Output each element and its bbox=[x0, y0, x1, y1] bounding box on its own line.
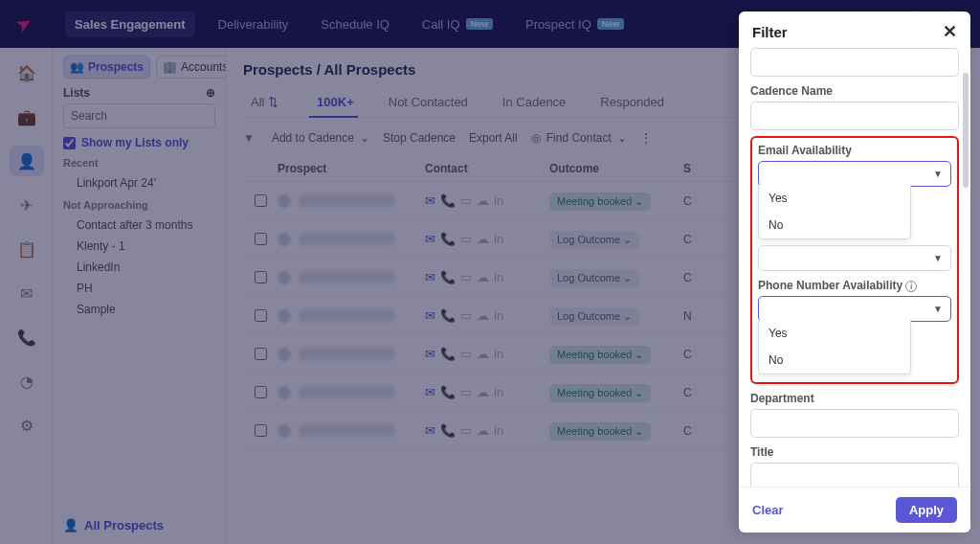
cloud-icon[interactable]: ☁ bbox=[477, 423, 489, 438]
linkedin-icon[interactable]: in bbox=[494, 423, 503, 438]
list-linkport[interactable]: Linkport Apr 24' bbox=[63, 172, 215, 193]
phone-avail-option-yes[interactable]: Yes bbox=[759, 320, 910, 347]
row-checkbox[interactable] bbox=[255, 309, 267, 322]
briefcase-icon[interactable]: 💼 bbox=[10, 102, 44, 132]
outcome-pill[interactable]: Meeting booked ⌄ bbox=[549, 193, 651, 211]
segment-prospects[interactable]: 👥Prospects bbox=[63, 56, 150, 79]
phone-icon[interactable]: 📞 bbox=[440, 347, 456, 361]
export-all[interactable]: Export All bbox=[469, 131, 518, 145]
mail-icon[interactable]: ✉ bbox=[425, 193, 435, 208]
tab-not-contacted[interactable]: Not Contacted bbox=[385, 87, 472, 117]
outcome-pill[interactable]: Meeting booked ⌄ bbox=[549, 422, 651, 441]
linkedin-icon[interactable]: in bbox=[494, 347, 503, 361]
apply-button[interactable]: Apply bbox=[896, 497, 957, 523]
cloud-icon[interactable]: ☁ bbox=[477, 308, 489, 323]
tab-responded[interactable]: Responded bbox=[596, 87, 668, 117]
analytics-icon[interactable]: ◔ bbox=[10, 366, 44, 397]
row-checkbox[interactable] bbox=[255, 348, 267, 360]
cloud-icon[interactable]: ☁ bbox=[477, 347, 489, 361]
linkedin-icon[interactable]: in bbox=[494, 308, 503, 323]
mobile-icon[interactable]: ▭ bbox=[460, 347, 472, 361]
info-icon[interactable]: i bbox=[905, 281, 917, 292]
add-list-icon[interactable]: ⊕ bbox=[206, 86, 215, 100]
mail-icon[interactable]: ✉ bbox=[425, 347, 435, 361]
phone-icon[interactable]: 📞 bbox=[440, 232, 456, 246]
home-icon[interactable]: 🏠 bbox=[10, 57, 44, 88]
phone-availability-select[interactable]: ▼ bbox=[758, 296, 951, 322]
segment-accounts[interactable]: 🏢Accounts bbox=[156, 56, 234, 79]
linkedin-icon[interactable]: in bbox=[494, 232, 503, 246]
email-avail-option-no[interactable]: No bbox=[759, 212, 910, 238]
tab-in-cadence[interactable]: In Cadence bbox=[499, 87, 570, 117]
clear-button[interactable]: Clear bbox=[752, 503, 784, 517]
cloud-icon[interactable]: ☁ bbox=[477, 232, 489, 246]
cloud-icon[interactable]: ☁ bbox=[477, 270, 489, 284]
row-checkbox[interactable] bbox=[255, 424, 267, 437]
phone-icon[interactable]: 📞 bbox=[440, 270, 456, 284]
cadence-name-input[interactable] bbox=[750, 102, 959, 130]
email-avail-option-yes[interactable]: Yes bbox=[759, 185, 910, 212]
outcome-pill[interactable]: Log Outcome ⌄ bbox=[549, 269, 639, 287]
mail-icon[interactable]: ✉ bbox=[425, 270, 435, 284]
list-klenty[interactable]: Klenty - 1 bbox=[63, 236, 215, 257]
cloud-icon[interactable]: ☁ bbox=[477, 193, 489, 208]
list-sample[interactable]: Sample bbox=[63, 299, 215, 320]
outcome-pill[interactable]: Meeting booked ⌄ bbox=[549, 384, 651, 402]
nav-deliverability[interactable]: Deliverability bbox=[209, 11, 299, 37]
mobile-icon[interactable]: ▭ bbox=[460, 193, 472, 208]
mail-icon[interactable]: ✉ bbox=[10, 278, 44, 308]
mobile-icon[interactable]: ▭ bbox=[460, 232, 472, 246]
mail-icon[interactable]: ✉ bbox=[425, 232, 435, 246]
mail-icon[interactable]: ✉ bbox=[425, 385, 435, 399]
row-checkbox[interactable] bbox=[255, 194, 267, 207]
cloud-icon[interactable]: ☁ bbox=[477, 385, 489, 399]
list-linkedin[interactable]: LinkedIn bbox=[63, 257, 215, 278]
mobile-icon[interactable]: ▭ bbox=[460, 385, 472, 399]
linkedin-icon[interactable]: in bbox=[494, 270, 503, 284]
phone-icon[interactable]: 📞 bbox=[440, 385, 456, 399]
extra-select[interactable]: ▼ bbox=[758, 245, 951, 271]
phone-avail-option-no[interactable]: No bbox=[759, 347, 910, 374]
outcome-pill[interactable]: Log Outcome ⌄ bbox=[549, 307, 639, 326]
more-actions[interactable]: ⋮ bbox=[640, 131, 652, 145]
mobile-icon[interactable]: ▭ bbox=[460, 270, 472, 284]
phone-icon[interactable]: 📞 bbox=[440, 423, 456, 438]
mobile-icon[interactable]: ▭ bbox=[460, 308, 472, 323]
filter-icon[interactable]: ▼ bbox=[243, 131, 255, 145]
outcome-pill[interactable]: Meeting booked ⌄ bbox=[549, 346, 651, 364]
settings-icon[interactable]: ⚙ bbox=[10, 410, 44, 441]
mail-icon[interactable]: ✉ bbox=[425, 308, 435, 323]
tab-all[interactable]: All ⇅ bbox=[247, 87, 282, 117]
phone-icon[interactable]: 📞 bbox=[440, 193, 456, 208]
clipboard-icon[interactable]: 📋 bbox=[10, 234, 44, 264]
scrollbar[interactable] bbox=[963, 73, 969, 188]
row-checkbox[interactable] bbox=[255, 271, 267, 283]
linkedin-icon[interactable]: in bbox=[494, 385, 503, 399]
add-to-cadence[interactable]: Add to Cadence⌄ bbox=[272, 131, 369, 145]
stop-cadence[interactable]: Stop Cadence bbox=[383, 131, 456, 145]
row-checkbox[interactable] bbox=[255, 386, 267, 398]
row-checkbox[interactable] bbox=[255, 233, 267, 245]
phone-icon[interactable]: 📞 bbox=[440, 308, 456, 323]
outcome-pill[interactable]: Log Outcome ⌄ bbox=[549, 231, 639, 249]
email-availability-select[interactable]: ▼ bbox=[758, 161, 951, 187]
list-contact-3m[interactable]: Contact after 3 months bbox=[63, 215, 215, 236]
nav-schedule-iq[interactable]: Schedule IQ bbox=[311, 11, 399, 37]
nav-call-iq[interactable]: Call IQNew bbox=[412, 11, 502, 37]
show-my-lists-toggle[interactable]: Show my Lists only bbox=[63, 136, 215, 149]
list-ph[interactable]: PH bbox=[63, 278, 215, 299]
department-input[interactable] bbox=[750, 409, 959, 438]
nav-sales-engagement[interactable]: Sales Engagement bbox=[65, 11, 195, 37]
linkedin-icon[interactable]: in bbox=[494, 193, 503, 208]
tab-all-count[interactable]: 100K+ bbox=[309, 87, 358, 117]
nav-prospect-iq[interactable]: Prospect IQNew bbox=[516, 11, 634, 37]
mail-icon[interactable]: ✉ bbox=[425, 423, 435, 438]
all-prospects-footer[interactable]: 👤All Prospects bbox=[63, 518, 164, 533]
lists-search-input[interactable] bbox=[63, 103, 215, 128]
prospects-icon[interactable]: 👤 bbox=[10, 146, 44, 176]
phone-icon[interactable]: 📞 bbox=[10, 322, 44, 352]
filter-generic-input[interactable] bbox=[750, 48, 959, 77]
find-contact[interactable]: ◎Find Contact⌄ bbox=[531, 131, 627, 145]
title-input[interactable] bbox=[750, 463, 959, 487]
send-icon[interactable]: ✈ bbox=[10, 190, 44, 220]
